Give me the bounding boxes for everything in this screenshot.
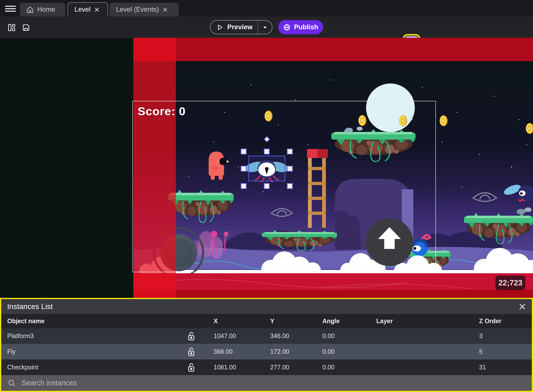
- col-x: X: [214, 317, 218, 325]
- cell-object-name: Checkpoint: [7, 364, 38, 371]
- table-row[interactable]: Platform3 1047.00 346.00 0.00 3: [1, 328, 532, 344]
- cell-object-name: Fly: [7, 348, 15, 355]
- search-bar: [1, 375, 532, 391]
- red-band-top: [133, 38, 533, 61]
- cell-y: 172.00: [270, 348, 289, 355]
- col-layer: Layer: [376, 317, 393, 325]
- jump-button[interactable]: [366, 218, 413, 266]
- publish-label: Publish: [294, 23, 318, 31]
- cell-z-order: 5: [479, 348, 483, 355]
- cell-z-order: 3: [479, 332, 483, 340]
- preview-label: Preview: [227, 23, 253, 31]
- cell-angle: 0.00: [322, 332, 335, 340]
- tab-home[interactable]: Home: [20, 3, 65, 16]
- hamburger-icon: [5, 6, 16, 7]
- cell-object-name: Platform3: [7, 332, 34, 340]
- score-text: Score: 0: [138, 104, 186, 118]
- preview-options-button[interactable]: [258, 24, 272, 30]
- save-icon: [22, 23, 30, 32]
- button-divider: [258, 20, 258, 34]
- cursor-coordinates-badge: 22;723: [495, 276, 525, 290]
- preview-button[interactable]: Preview: [210, 20, 272, 34]
- panel-title-bar: Instances List: [1, 299, 532, 314]
- moon: [366, 83, 415, 132]
- unlock-icon[interactable]: [188, 331, 196, 341]
- unlock-icon[interactable]: [188, 347, 196, 356]
- main-menu-button[interactable]: [5, 4, 16, 12]
- table-row[interactable]: Checkpoint 1081.00 277.00 0.00 31: [1, 359, 532, 375]
- tab-bar: Home Level Level (Events): [0, 0, 533, 16]
- instances-list-panel: Instances List Object name X Y Angle Lay…: [0, 298, 533, 392]
- toggle-panels-button[interactable]: [7, 23, 16, 32]
- globe-icon: [283, 24, 291, 31]
- red-strip-overlay: [133, 38, 176, 298]
- unlock-icon[interactable]: [188, 363, 196, 372]
- caret-down-icon: [262, 24, 268, 30]
- col-z-order: Z Order: [479, 317, 501, 325]
- tab-level[interactable]: Level: [68, 2, 108, 16]
- cell-x: 1047.00: [214, 332, 236, 340]
- cell-y: 346.00: [270, 332, 289, 340]
- play-icon: [216, 24, 223, 31]
- search-icon: [8, 379, 16, 387]
- table-row-selected[interactable]: Fly 366.00 172.00 0.00 5: [1, 344, 532, 359]
- save-button[interactable]: [22, 23, 30, 32]
- editor-toolbar: Preview Publish: [0, 16, 533, 38]
- col-object-name: Object name: [7, 317, 44, 325]
- cell-angle: 0.00: [322, 364, 335, 371]
- app-window: Home Level Level (Events) Preview: [0, 0, 533, 392]
- bottom-red-band: [133, 273, 533, 298]
- tab-level-events-label: Level (Events): [116, 6, 159, 13]
- close-icon[interactable]: [94, 7, 100, 12]
- cell-z-order: 31: [479, 364, 486, 371]
- cell-x: 366.00: [214, 348, 232, 355]
- cell-x: 1081.00: [214, 364, 236, 371]
- col-angle: Angle: [322, 317, 340, 325]
- home-icon: [26, 6, 34, 13]
- tab-level-label: Level: [75, 6, 91, 13]
- publish-button[interactable]: Publish: [278, 20, 323, 34]
- close-icon[interactable]: [518, 303, 526, 311]
- tab-level-events[interactable]: Level (Events): [110, 3, 179, 16]
- cell-angle: 0.00: [322, 348, 335, 355]
- split-panels-icon: [7, 23, 16, 32]
- col-y: Y: [270, 317, 274, 325]
- cell-y: 277.00: [270, 364, 289, 371]
- close-icon[interactable]: [162, 7, 168, 12]
- tab-home-label: Home: [37, 6, 55, 13]
- panel-title: Instances List: [7, 302, 53, 311]
- fly-enemy-selected[interactable]: [244, 156, 290, 182]
- table-header: Object name X Y Angle Layer Z Order: [1, 314, 532, 328]
- search-instances-input[interactable]: [21, 379, 532, 387]
- scene-canvas[interactable]: [0, 38, 533, 298]
